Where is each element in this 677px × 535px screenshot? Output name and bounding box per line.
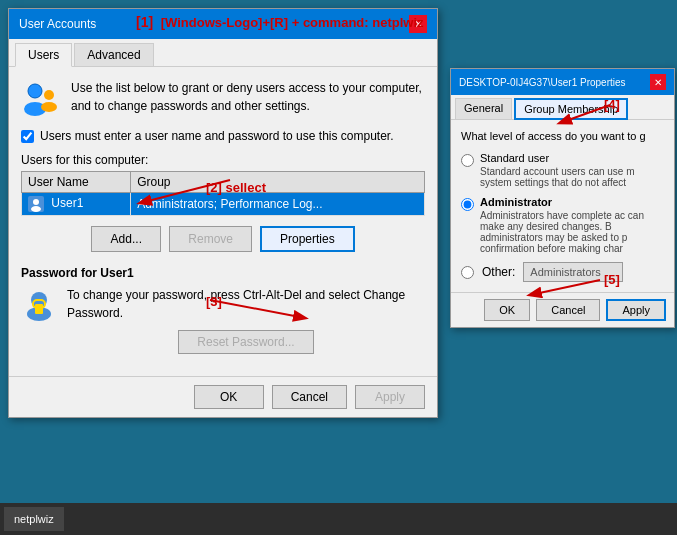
info-section: Use the list below to grant or deny user… (21, 79, 425, 119)
ok-button[interactable]: OK (194, 385, 264, 409)
user-name-cell: User1 (22, 193, 131, 216)
svg-point-6 (33, 199, 39, 205)
props-tabs: General Group Membership (451, 95, 674, 120)
user-row-icon (28, 196, 44, 212)
other-radio[interactable] (461, 266, 474, 279)
other-label: Other: (482, 265, 515, 279)
info-text: Use the list below to grant or deny user… (71, 79, 425, 115)
main-dialog-footer: OK Cancel Apply (9, 376, 437, 417)
info-icon (21, 79, 61, 119)
standard-user-label: Standard user (480, 152, 664, 164)
add-button[interactable]: Add... (91, 226, 161, 252)
tab-group-membership[interactable]: Group Membership (514, 98, 628, 120)
users-must-login-checkbox[interactable] (21, 130, 34, 143)
user-action-buttons: Add... Remove Properties (21, 226, 425, 252)
password-section: Password for User1 To change your passwo… (21, 266, 425, 354)
table-row[interactable]: User1 Administrators; Performance Log... (22, 193, 425, 216)
checkbox-row: Users must enter a user name and passwor… (21, 129, 425, 143)
users-table: User Name Group User1 Administrators; Pe… (21, 171, 425, 216)
col-group: Group (131, 172, 425, 193)
standard-user-desc: Standard account users can use m system … (480, 166, 664, 188)
main-dialog-title: User Accounts (19, 17, 96, 31)
reset-btn-row: Reset Password... (67, 330, 425, 354)
properties-button[interactable]: Properties (260, 226, 355, 252)
svg-point-3 (44, 90, 54, 100)
administrator-label: Administrator (480, 196, 664, 208)
props-cancel-button[interactable]: Cancel (536, 299, 600, 321)
props-title: DESKTOP-0IJ4G37\User1 Properties (459, 77, 626, 88)
password-icon (21, 286, 57, 322)
password-text: To change your password, press Ctrl-Alt-… (67, 286, 425, 322)
apply-button[interactable]: Apply (355, 385, 425, 409)
props-titlebar: DESKTOP-0IJ4G37\User1 Properties ✕ (451, 69, 674, 95)
other-row: Other: (461, 262, 664, 282)
main-dialog-titlebar: User Accounts ✕ (9, 9, 437, 39)
administrator-option[interactable]: Administrator Administrators have comple… (461, 196, 664, 254)
props-body: What level of access do you want to g St… (451, 120, 674, 292)
props-close[interactable]: ✕ (650, 74, 666, 90)
tab-users[interactable]: Users (15, 43, 72, 67)
main-dialog-close[interactable]: ✕ (409, 15, 427, 33)
main-dialog: User Accounts ✕ Users Advanced Use the l… (8, 8, 438, 418)
password-title: Password for User1 (21, 266, 425, 280)
main-dialog-tabs: Users Advanced (9, 39, 437, 67)
props-question: What level of access do you want to g (461, 130, 664, 142)
props-footer: OK Cancel Apply (451, 292, 674, 327)
standard-user-radio[interactable] (461, 154, 474, 167)
props-apply-button[interactable]: Apply (606, 299, 666, 321)
remove-button[interactable]: Remove (169, 226, 252, 252)
taskbar-item[interactable]: netplwiz (4, 507, 64, 531)
administrator-desc: Administrators have complete ac can make… (480, 210, 664, 254)
administrator-radio[interactable] (461, 198, 474, 211)
properties-dialog: DESKTOP-0IJ4G37\User1 Properties ✕ Gener… (450, 68, 675, 328)
password-content: To change your password, press Ctrl-Alt-… (21, 286, 425, 354)
tab-advanced[interactable]: Advanced (74, 43, 153, 66)
reset-password-button[interactable]: Reset Password... (178, 330, 313, 354)
svg-point-7 (31, 206, 41, 212)
other-input[interactable] (523, 262, 623, 282)
tab-general[interactable]: General (455, 98, 512, 119)
checkbox-label: Users must enter a user name and passwor… (40, 129, 394, 143)
col-username: User Name (22, 172, 131, 193)
svg-point-4 (41, 102, 57, 112)
user-group-cell: Administrators; Performance Log... (131, 193, 425, 216)
main-dialog-body: Use the list below to grant or deny user… (9, 67, 437, 376)
taskbar: netplwiz (0, 503, 677, 535)
standard-user-option[interactable]: Standard user Standard account users can… (461, 152, 664, 188)
props-ok-button[interactable]: OK (484, 299, 530, 321)
users-section-label: Users for this computer: (21, 153, 425, 167)
cancel-button[interactable]: Cancel (272, 385, 347, 409)
